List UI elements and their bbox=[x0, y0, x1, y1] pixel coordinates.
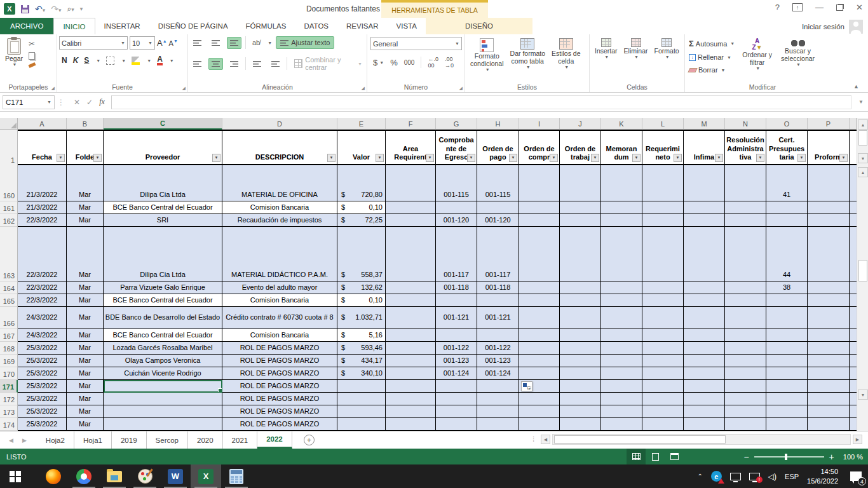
header-cell-J[interactable]: Orden de trabaj▼ bbox=[560, 130, 601, 165]
column-letter-M[interactable]: M bbox=[684, 118, 725, 130]
cell-G172[interactable] bbox=[436, 393, 477, 405]
tab-vista[interactable]: VISTA bbox=[388, 18, 426, 34]
cell-M160[interactable] bbox=[684, 165, 725, 201]
cell-K172[interactable] bbox=[601, 393, 642, 405]
cell-G161[interactable] bbox=[436, 201, 477, 214]
cell-D163[interactable]: MATERIAL DIDÁCTICO P.A.M. bbox=[222, 227, 337, 281]
cell-D174[interactable]: ROL DE PAGOS MARZO bbox=[222, 418, 337, 431]
filter-icon-P[interactable]: ▼ bbox=[839, 154, 848, 162]
cell-M169[interactable] bbox=[684, 355, 725, 367]
cell-B160[interactable]: Mar bbox=[67, 165, 104, 201]
bold-button[interactable]: N bbox=[62, 56, 67, 65]
cell-H163[interactable]: 001-117 bbox=[477, 227, 519, 281]
header-cell-P[interactable]: Proform▼ bbox=[808, 130, 850, 165]
fill-color-icon[interactable] bbox=[132, 57, 140, 65]
cell-P169[interactable] bbox=[808, 355, 850, 367]
cell-B170[interactable]: Mar bbox=[67, 367, 104, 380]
cell-M174[interactable] bbox=[684, 418, 725, 431]
cell-K163[interactable] bbox=[601, 227, 642, 281]
cell-C174[interactable] bbox=[104, 418, 222, 431]
cell-C164[interactable]: Parra Vizuete Galo Enrique bbox=[104, 281, 222, 294]
cell-O165[interactable] bbox=[766, 294, 808, 307]
cell-J164[interactable] bbox=[560, 281, 601, 294]
cell-M170[interactable] bbox=[684, 367, 725, 380]
cell-I166[interactable] bbox=[519, 307, 560, 329]
cell-O162[interactable] bbox=[766, 214, 808, 227]
zoom-out-icon[interactable]: − bbox=[743, 452, 749, 462]
cell-C171[interactable] bbox=[104, 380, 222, 393]
cell-J170[interactable] bbox=[560, 367, 601, 380]
filter-icon-C[interactable]: ▼ bbox=[212, 154, 220, 162]
row-number-161[interactable]: 161 bbox=[0, 201, 18, 214]
cell-N172[interactable] bbox=[725, 393, 766, 405]
cell-I165[interactable] bbox=[519, 294, 560, 307]
cell-E173[interactable] bbox=[337, 405, 386, 418]
cell-H161[interactable] bbox=[477, 201, 519, 214]
cell-E167[interactable]: $5,16 bbox=[337, 329, 386, 342]
tray-chevron-icon[interactable]: ⌃ bbox=[697, 473, 702, 480]
cell-F170[interactable] bbox=[386, 367, 436, 380]
sheet-tab-hoja2[interactable]: Hoja2 bbox=[37, 431, 74, 449]
decrease-decimal-icon[interactable]: .00→0 bbox=[445, 56, 454, 69]
ribbon-display-options-icon[interactable]: ↑ bbox=[792, 3, 803, 11]
cell-F171[interactable] bbox=[386, 380, 436, 393]
align-center-icon[interactable] bbox=[208, 58, 223, 70]
cell-B161[interactable]: Mar bbox=[67, 201, 104, 214]
sign-in-link[interactable]: Iniciar sesión bbox=[802, 23, 844, 30]
close-icon[interactable]: ✕ bbox=[856, 3, 863, 12]
scroll-left-icon[interactable]: ◀ bbox=[541, 435, 550, 444]
taskbar-calculator-icon[interactable] bbox=[221, 464, 252, 488]
wrap-text-button[interactable]: Ajustar texto bbox=[276, 36, 334, 49]
cell-A173[interactable]: 25/3/2022 bbox=[18, 405, 67, 418]
header-cell-D[interactable]: DESCRIPCION▼ bbox=[222, 130, 337, 165]
enter-icon[interactable]: ✓ bbox=[86, 98, 93, 107]
scrollbar-thumb-main[interactable] bbox=[858, 260, 867, 281]
cell-N160[interactable] bbox=[725, 165, 766, 201]
cell-I168[interactable] bbox=[519, 342, 560, 355]
cell-D169[interactable]: ROL DE PAGOS MARZO bbox=[222, 355, 337, 367]
taskbar-word-icon[interactable]: W bbox=[160, 464, 191, 488]
cell-J168[interactable] bbox=[560, 342, 601, 355]
cell-P166[interactable] bbox=[808, 307, 850, 329]
cell-F169[interactable] bbox=[386, 355, 436, 367]
tray-display-alert-icon[interactable] bbox=[749, 473, 760, 480]
redo-icon[interactable]: ↷▾ bbox=[51, 4, 61, 14]
currency-icon[interactable]: $ bbox=[373, 58, 377, 67]
cell-F172[interactable] bbox=[386, 393, 436, 405]
shrink-font-icon[interactable]: A▼ bbox=[169, 39, 178, 47]
cell-B169[interactable]: Mar bbox=[67, 355, 104, 367]
cell-F166[interactable] bbox=[386, 307, 436, 329]
cell-B171[interactable]: Mar bbox=[67, 380, 104, 393]
insert-function-icon[interactable]: fx bbox=[99, 97, 105, 107]
header-cell-G[interactable]: Comproba nte de Egresc▼ bbox=[436, 130, 477, 165]
decrease-indent-icon[interactable] bbox=[250, 58, 264, 70]
cell-N168[interactable] bbox=[725, 342, 766, 355]
cell-L170[interactable] bbox=[642, 367, 684, 380]
clear-button[interactable]: Borrar▼ bbox=[687, 65, 736, 75]
cell-E166[interactable]: $1.032,71 bbox=[337, 307, 386, 329]
cell-F160[interactable] bbox=[386, 165, 436, 201]
cell-M168[interactable] bbox=[684, 342, 725, 355]
cell-G174[interactable] bbox=[436, 418, 477, 431]
cell-B164[interactable]: Mar bbox=[67, 281, 104, 294]
name-box[interactable]: C171▼ bbox=[3, 95, 55, 109]
cell-B162[interactable]: Mar bbox=[67, 214, 104, 227]
cell-N173[interactable] bbox=[725, 405, 766, 418]
cell-A163[interactable]: 22/3/2022 bbox=[18, 227, 67, 281]
cell-A168[interactable]: 25/3/2022 bbox=[18, 342, 67, 355]
cell-O170[interactable] bbox=[766, 367, 808, 380]
fill-button[interactable]: ↓Rellenar▼ bbox=[687, 52, 736, 62]
cell-L164[interactable] bbox=[642, 281, 684, 294]
cell-D161[interactable]: Comision Bancaria bbox=[222, 201, 337, 214]
cell-C169[interactable]: Olaya Campos Veronica bbox=[104, 355, 222, 367]
sheet-tab-2021[interactable]: 2021 bbox=[223, 431, 258, 449]
column-letter-B[interactable]: B bbox=[67, 118, 104, 130]
cell-I170[interactable] bbox=[519, 367, 560, 380]
cell-E174[interactable] bbox=[337, 418, 386, 431]
filter-icon-O[interactable]: ▼ bbox=[797, 154, 806, 162]
cell-K160[interactable] bbox=[601, 165, 642, 201]
number-format-select[interactable]: General▼ bbox=[370, 37, 462, 50]
cell-O163[interactable]: 44 bbox=[766, 227, 808, 281]
cell-C163[interactable]: Dilipa Cia Ltda bbox=[104, 227, 222, 281]
underline-button[interactable]: S bbox=[84, 56, 89, 65]
